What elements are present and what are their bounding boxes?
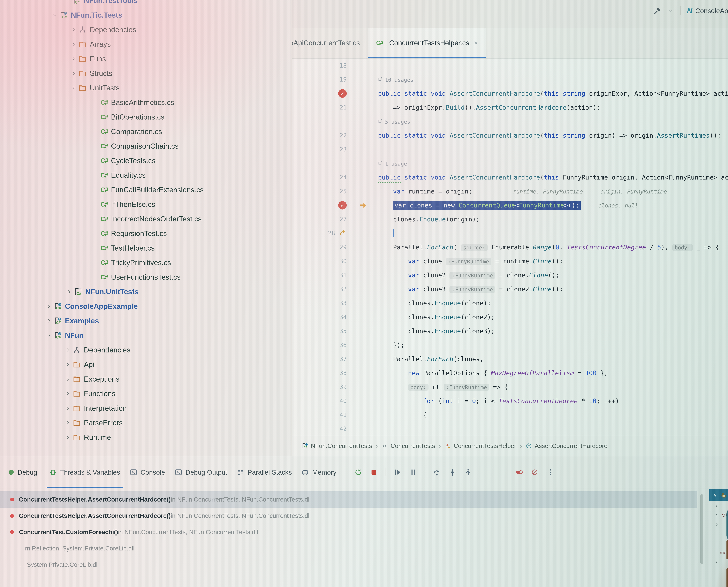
usages-hint[interactable]: 1 usage bbox=[378, 161, 407, 167]
chevron-right-icon[interactable] bbox=[714, 522, 721, 527]
tree-item-comparation-cs[interactable]: C#Comparation.cs bbox=[0, 124, 291, 139]
code-line-27[interactable]: 27clones.Enqueue(origin); bbox=[291, 212, 728, 226]
breakpoint-icon[interactable]: ✓ bbox=[338, 89, 347, 98]
tree-item-funs[interactable]: Funs bbox=[0, 51, 291, 66]
breadcrumb-item[interactable]: <>ConcurrentTests bbox=[382, 442, 435, 449]
chevron-down-icon[interactable] bbox=[49, 13, 60, 18]
close-tab-icon[interactable]: × bbox=[474, 39, 477, 47]
tree-item-exceptions[interactable]: Exceptions bbox=[0, 372, 291, 386]
tree-item-bitoperations-cs[interactable]: C#BitOperations.cs bbox=[0, 110, 291, 124]
code-editor[interactable]: 181910 usages✓public static void AssertC… bbox=[291, 58, 728, 436]
chevron-right-icon[interactable] bbox=[44, 318, 54, 324]
tree-item-functions[interactable]: Functions bbox=[0, 386, 291, 401]
tree-item-structs[interactable]: Structs bbox=[0, 66, 291, 81]
tree-item-nfun-tic-tests[interactable]: C#NFun.Tic.Tests bbox=[0, 8, 291, 22]
tree-item-runtime[interactable]: Runtime bbox=[0, 430, 291, 445]
code-line-21[interactable]: 21=> originExpr.Build().AssertConcurrent… bbox=[291, 100, 728, 114]
tree-item-unittests[interactable]: UnitTests bbox=[0, 81, 291, 95]
chevron-right-icon[interactable] bbox=[714, 560, 721, 564]
code-line-37[interactable]: 37Parallel.ForEach(clones, bbox=[291, 352, 728, 366]
code-line-41[interactable]: 41{ bbox=[291, 408, 728, 422]
rerun-icon[interactable] bbox=[354, 468, 362, 476]
tree-item-reqursiontest-cs[interactable]: C#ReqursionTest.cs bbox=[0, 226, 291, 241]
code-line-23[interactable]: 23 bbox=[291, 142, 728, 156]
usages-hint[interactable]: 5 usages bbox=[378, 119, 410, 125]
tree-item-nfun[interactable]: C#NFun bbox=[0, 328, 291, 343]
tree-item-parseerrors[interactable]: ParseErrors bbox=[0, 416, 291, 430]
code-line-30[interactable]: 30var clone :FunnyRuntime = runtime.Clon… bbox=[291, 254, 728, 268]
chevron-right-icon[interactable] bbox=[714, 504, 721, 508]
tree-item-cycletests-cs[interactable]: C#CycleTests.cs bbox=[0, 154, 291, 168]
chevron-right-icon[interactable] bbox=[68, 85, 79, 91]
tree-item-nfun-testtools[interactable]: C#NFun.TestTools bbox=[0, 0, 291, 8]
view-breakpoints-icon[interactable] bbox=[515, 468, 523, 476]
tree-item-funcallbuilderextensions-cs[interactable]: C#FunCallBuilderExtensions.cs bbox=[0, 183, 291, 197]
code-line-18[interactable]: 18 bbox=[291, 58, 728, 72]
chevron-right-icon[interactable] bbox=[63, 406, 73, 411]
build-icon[interactable] bbox=[653, 6, 662, 15]
code-line-35[interactable]: 35clones.Enqueue(clone3); bbox=[291, 324, 728, 338]
code-line-24[interactable]: 24public static void AssertConcurrentHar… bbox=[291, 170, 728, 184]
tree-item-testhelper-cs[interactable]: C#TestHelper.cs bbox=[0, 241, 291, 255]
stack-frame[interactable]: ConcurrentTestsHelper.AssertConcurrentHa… bbox=[0, 508, 698, 524]
breadcrumb-item[interactable]: mAssertConcurrentHardcore bbox=[525, 442, 607, 449]
code-line-34[interactable]: 34clones.Enqueue(clone2); bbox=[291, 310, 728, 324]
code-line-26[interactable]: ✓var clones = new ConcurrentQueue<FunnyR… bbox=[291, 198, 728, 212]
tree-item-api[interactable]: Api bbox=[0, 357, 291, 372]
chevron-right-icon[interactable] bbox=[63, 376, 73, 382]
pause-icon[interactable] bbox=[409, 468, 417, 476]
resume-icon[interactable] bbox=[393, 468, 402, 476]
editor-tab-2[interactable]: C#ConcurrentTestsHelper.cs× bbox=[368, 28, 486, 58]
code-line-20[interactable]: ✓public static void AssertConcurrentHard… bbox=[291, 87, 728, 100]
debug-tab-memory[interactable]: Memory bbox=[299, 456, 339, 488]
chevron-down-icon[interactable] bbox=[44, 333, 54, 338]
chevron-right-icon[interactable] bbox=[68, 27, 79, 32]
debug-tab-console[interactable]: Console bbox=[127, 456, 168, 488]
stack-frame[interactable]: ConcurrentTest.CustomForeachi() in NFun.… bbox=[0, 524, 698, 540]
chevron-right-icon[interactable] bbox=[63, 362, 73, 367]
chevron-right-icon[interactable] bbox=[63, 347, 73, 353]
breadcrumb-item[interactable]: C#NFun.ConcurrentTests bbox=[302, 442, 372, 449]
tree-item-ifthenelse-cs[interactable]: C#IfThenElse.cs bbox=[0, 197, 291, 212]
step-over-icon[interactable] bbox=[433, 468, 441, 476]
chevron-right-icon[interactable] bbox=[64, 289, 74, 295]
build-options-icon[interactable] bbox=[668, 8, 674, 14]
code-line-19[interactable]: 1910 usages bbox=[291, 72, 728, 87]
usages-hint[interactable]: 10 usages bbox=[378, 77, 413, 83]
chevron-right-icon[interactable] bbox=[68, 71, 79, 76]
code-line-42[interactable]: 42 bbox=[291, 422, 728, 436]
code-line-36[interactable]: 36}); bbox=[291, 338, 728, 352]
code-line[interactable]: 1 usage bbox=[291, 156, 728, 170]
chevron-right-icon[interactable] bbox=[63, 420, 73, 425]
chevron-down-icon[interactable]: ∨ bbox=[713, 492, 717, 498]
tree-item-dependencies[interactable]: Dependencies bbox=[0, 343, 291, 357]
more-icon[interactable] bbox=[546, 468, 555, 476]
tree-item-comparisonchain-cs[interactable]: C#ComparisonChain.cs bbox=[0, 139, 291, 154]
tree-item-dependencies[interactable]: Dependencies bbox=[0, 22, 291, 37]
chevron-right-icon[interactable] bbox=[68, 56, 79, 62]
chevron-right-icon[interactable] bbox=[63, 391, 73, 396]
code-line-22[interactable]: 22public static void AssertConcurrentHar… bbox=[291, 128, 728, 142]
tree-item-consoleappexample[interactable]: C#ConsoleAppExample bbox=[0, 299, 291, 313]
tree-item-equality-cs[interactable]: C#Equality.cs bbox=[0, 168, 291, 183]
code-line-32[interactable]: 32var clone3 :FunnyRuntime = clone2.Clon… bbox=[291, 282, 728, 296]
mute-breakpoints-icon[interactable] bbox=[531, 468, 539, 476]
step-into-icon[interactable] bbox=[448, 468, 456, 476]
stop-icon[interactable] bbox=[370, 468, 378, 476]
chevron-right-icon[interactable] bbox=[68, 42, 79, 47]
tree-item-incorrectnodesordertest-cs[interactable]: C#IncorrectNodesOrderTest.cs bbox=[0, 212, 291, 226]
code-line[interactable]: 5 usages bbox=[291, 114, 728, 128]
code-line-31[interactable]: 31var clone2 :FunnyRuntime = clone.Clone… bbox=[291, 268, 728, 282]
stack-frame[interactable]: ConcurrentTestsHelper.AssertConcurrentHa… bbox=[0, 491, 698, 508]
tree-item-arrays[interactable]: Arrays bbox=[0, 37, 291, 51]
chevron-right-icon[interactable] bbox=[714, 513, 719, 517]
stack-frame[interactable]: … System.Private.CoreLib.dll bbox=[0, 557, 698, 573]
stack-frame[interactable]: …m Reflection, System.Private.CoreLib.dl… bbox=[0, 540, 698, 557]
tree-item-interpretation[interactable]: Interpretation bbox=[0, 401, 291, 416]
tree-item-trickyprimitives-cs[interactable]: C#TrickyPrimitives.cs bbox=[0, 255, 291, 270]
code-line-28[interactable]: 28 bbox=[291, 226, 728, 240]
run-configuration-selector[interactable]: NConsoleAppExample∨ bbox=[687, 6, 728, 15]
code-line-25[interactable]: 25var runtime = origin;runtime: FunnyRun… bbox=[291, 184, 728, 198]
tree-item-basicarithmetics-cs[interactable]: C#BasicArithmetics.cs bbox=[0, 95, 291, 110]
code-line-38[interactable]: 38new ParallelOptions { MaxDegreeOfParal… bbox=[291, 366, 728, 380]
